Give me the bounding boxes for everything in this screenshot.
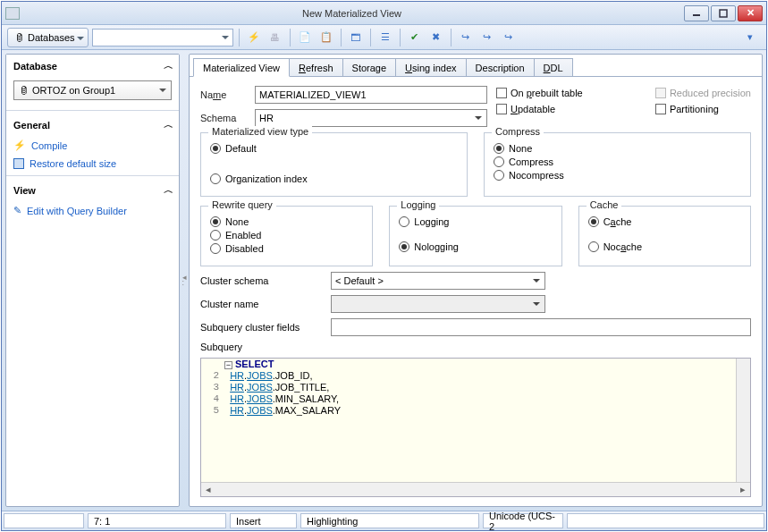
minimize-button[interactable] [684, 5, 709, 21]
fwd-icon-1[interactable]: ↪ [457, 29, 475, 46]
tab-ddl[interactable]: DDL [534, 58, 573, 76]
database-icon: 🛢 [13, 32, 24, 43]
list-icon[interactable]: ☰ [376, 29, 394, 46]
cancel-icon[interactable]: ✖ [427, 29, 445, 46]
fwd-icon-2[interactable]: ↪ [478, 29, 496, 46]
vertical-scrollbar[interactable] [736, 359, 750, 482]
status-insert: Insert [230, 513, 297, 528]
dropdown-icon[interactable]: ▾ [741, 29, 759, 46]
logging-nologging-radio[interactable]: Nologging [399, 241, 552, 252]
rewrite-legend: Rewrite query [208, 199, 276, 210]
mv-org-index-radio[interactable]: Organization index [210, 173, 458, 184]
tab-storage[interactable]: Storage [342, 58, 397, 76]
tool-icon-1[interactable]: 📄 [296, 29, 314, 46]
check-icon[interactable]: ✔ [406, 29, 424, 46]
schema-value: HR [259, 113, 274, 123]
svg-rect-1 [720, 10, 727, 17]
tab-refresh[interactable]: Refresh [289, 58, 343, 76]
sidebar-general-label: General [13, 120, 50, 131]
tab-using-index[interactable]: Using index [395, 58, 467, 76]
tool-icon-2[interactable]: 📋 [317, 29, 335, 46]
database-icon: 🛢 [18, 85, 29, 96]
maximize-button[interactable] [711, 5, 736, 21]
toolbar-separator [341, 29, 342, 46]
print-icon[interactable]: 🖶 [266, 29, 284, 46]
main-panel: Materialized View Refresh Storage Using … [189, 54, 763, 507]
toolbar: 🛢 Databases ⚡ 🖶 📄 📋 🗔 ☰ ✔ ✖ ↪ ↪ ↪ ▾ [2, 25, 766, 50]
bolt-icon: ⚡ [13, 139, 26, 151]
databases-dropdown[interactable]: 🛢 Databases [7, 28, 89, 47]
fold-toggle[interactable]: − [224, 361, 232, 369]
status-encoding[interactable]: Unicode (UCS-2 [483, 513, 563, 528]
prebuilt-checkbox[interactable]: On prebuilt table [496, 88, 583, 98]
name-input[interactable] [255, 86, 487, 104]
toolbar-separator [400, 29, 401, 46]
compress-compress-radio[interactable]: Compress [494, 156, 741, 167]
logging-group: Logging Logging Nologging [389, 206, 561, 266]
toolbar-separator [290, 29, 291, 46]
cluster-schema-dropdown[interactable]: < Default > [331, 272, 545, 290]
schema-dropdown[interactable]: HR [255, 109, 487, 127]
subquery-fields-input[interactable] [331, 318, 751, 336]
collapse-icon[interactable]: ︿ [164, 59, 172, 72]
status-position: 7: 1 [88, 513, 226, 528]
rewrite-disabled-radio[interactable]: Disabled [210, 243, 363, 254]
divider [6, 110, 179, 111]
cluster-name-dropdown[interactable] [331, 295, 545, 313]
subquery-fields-label: Subquery cluster fields [200, 322, 325, 333]
toolbar-separator [370, 29, 371, 46]
cluster-name-label: Cluster name [200, 299, 325, 309]
edit-icon: ✎ [13, 205, 21, 216]
collapse-icon[interactable]: ︿ [164, 183, 172, 197]
logging-legend: Logging [397, 199, 439, 210]
fwd-icon-3[interactable]: ↪ [500, 29, 518, 46]
window-icon[interactable]: 🗔 [347, 29, 365, 46]
sidebar: Database ︿ 🛢 ORTOZ on Group1 General ︿ ⚡… [5, 54, 180, 507]
rewrite-none-radio[interactable]: None [210, 216, 363, 227]
edit-query-builder-link[interactable]: ✎ Edit with Query Builder [6, 201, 179, 220]
titlebar: New Materialized View ✕ [2, 2, 766, 25]
cluster-schema-value: < Default > [335, 275, 384, 286]
splitter[interactable]: ◂·· [181, 50, 187, 511]
divider [6, 175, 179, 176]
edit-qb-label: Edit with Query Builder [27, 206, 127, 216]
mv-default-radio[interactable]: Default [210, 143, 458, 154]
rewrite-group: Rewrite query None Enabled Disabled [200, 206, 373, 266]
subquery-editor[interactable]: −SELECT 2 HR.JOBS.JOB_ID, 3 HR.JOBS.JOB_… [200, 358, 751, 497]
restore-size-link[interactable]: Restore default size [6, 155, 179, 173]
database-select-blank[interactable] [92, 29, 233, 46]
database-selector[interactable]: 🛢 ORTOZ on Group1 [13, 80, 172, 100]
close-button[interactable]: ✕ [738, 5, 763, 21]
tab-materialized-view[interactable]: Materialized View [193, 58, 290, 77]
sidebar-database-header: Database ︿ [6, 55, 179, 77]
compile-link[interactable]: ⚡ Compile [6, 136, 179, 155]
statusbar: 7: 1 Insert Highlighting Unicode (UCS-2 [2, 511, 766, 530]
window-title: New Materialized View [20, 8, 684, 19]
name-label: Name [200, 89, 249, 100]
sidebar-view-label: View [13, 185, 36, 196]
updatable-checkbox[interactable]: Updatable [496, 104, 583, 114]
mv-type-legend: Materialized view type [208, 126, 312, 137]
app-icon [5, 7, 20, 20]
cache-group: Cache Cache Nocache [578, 206, 751, 266]
collapse-icon[interactable]: ︿ [164, 118, 172, 131]
toolbar-separator [451, 29, 452, 46]
cache-legend: Cache [587, 199, 622, 210]
cache-cache-radio[interactable]: Cache [588, 216, 741, 227]
databases-label: Databases [28, 32, 75, 43]
execute-icon[interactable]: ⚡ [245, 29, 263, 46]
rewrite-enabled-radio[interactable]: Enabled [210, 230, 363, 241]
horizontal-scrollbar[interactable]: ◂▸ [201, 482, 750, 496]
tab-description[interactable]: Description [466, 58, 535, 76]
compress-legend: Compress [492, 126, 544, 137]
schema-label: Schema [200, 113, 249, 123]
compress-nocompress-radio[interactable]: Nocompress [494, 170, 741, 181]
compress-none-radio[interactable]: None [494, 143, 741, 154]
cache-nocache-radio[interactable]: Nocache [588, 241, 741, 252]
partitioning-checkbox[interactable]: Partitioning [655, 104, 751, 114]
logging-logging-radio[interactable]: Logging [399, 216, 552, 227]
status-highlighting[interactable]: Highlighting [300, 513, 479, 528]
compile-label: Compile [31, 140, 67, 151]
tabs: Materialized View Refresh Storage Using … [190, 55, 762, 77]
sidebar-view-header: View ︿ [6, 179, 179, 201]
